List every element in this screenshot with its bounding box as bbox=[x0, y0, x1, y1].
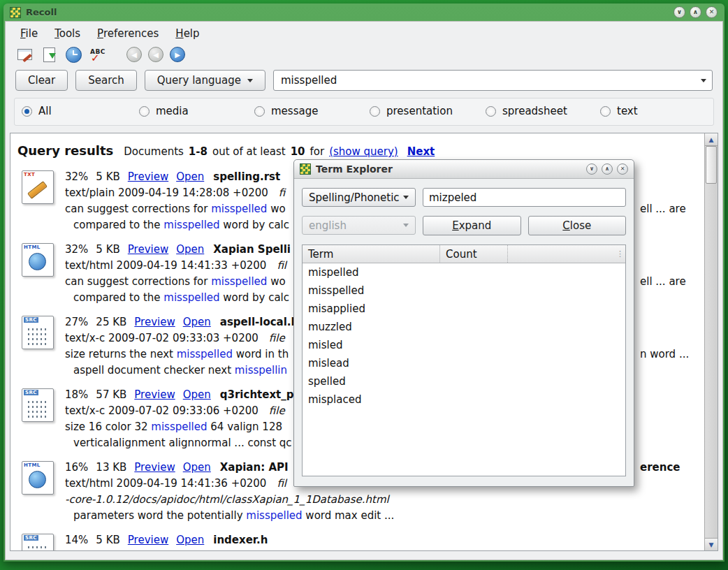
next-page-link[interactable]: Next bbox=[407, 145, 435, 158]
scrollbar-thumb[interactable] bbox=[706, 146, 717, 184]
result-score: 16% bbox=[65, 461, 88, 474]
menu-preferences[interactable]: Preferences bbox=[91, 27, 165, 41]
close-dialog-button[interactable]: Close bbox=[528, 216, 627, 235]
filter-radio-spreadsheet[interactable]: spreadsheet bbox=[486, 105, 567, 117]
filter-radio-message[interactable]: message bbox=[254, 105, 318, 117]
chevron-down-icon: ∨ bbox=[677, 8, 682, 15]
result-score: 32% bbox=[65, 243, 88, 256]
source-code-icon bbox=[22, 316, 54, 349]
maximize-button[interactable]: ∧ bbox=[690, 6, 701, 18]
result-url: fil bbox=[277, 259, 286, 272]
result-meta: text/plain 2009-04-19 14:28:08 +0200 bbox=[65, 187, 268, 199]
filter-radio-all[interactable]: All bbox=[22, 105, 52, 117]
result-url: file bbox=[269, 404, 285, 417]
menu-tools[interactable]: Tools bbox=[48, 27, 87, 41]
header-handle-icon[interactable]: ⋮ bbox=[616, 249, 623, 258]
results-total: 10 bbox=[291, 145, 305, 158]
menu-help[interactable]: Help bbox=[169, 27, 205, 41]
term-row[interactable]: misled bbox=[303, 336, 625, 354]
html-document-icon bbox=[22, 243, 54, 277]
result-url: file:///home/dockes/projets/fulltext/rec… bbox=[269, 550, 583, 551]
menu-file[interactable]: File bbox=[14, 27, 44, 41]
preview-link[interactable]: Preview bbox=[128, 243, 168, 256]
term-row[interactable]: spelled bbox=[303, 372, 625, 390]
scroll-down-button[interactable]: ▼ bbox=[705, 538, 718, 550]
source-code-icon bbox=[22, 534, 54, 551]
term-input[interactable] bbox=[423, 188, 626, 207]
result-url: fil bbox=[277, 477, 286, 490]
preview-link[interactable]: Preview bbox=[134, 316, 175, 328]
clear-search-icon[interactable] bbox=[15, 45, 34, 64]
preview-link[interactable]: Preview bbox=[128, 170, 168, 183]
open-link[interactable]: Open bbox=[183, 388, 211, 401]
result-filename: Xapian Spelli bbox=[213, 243, 291, 256]
arrow-left-icon: ◀ bbox=[153, 51, 159, 59]
preview-link[interactable]: Preview bbox=[134, 388, 175, 401]
minimize-button[interactable]: ∨ bbox=[674, 6, 685, 18]
chevron-down-icon bbox=[701, 79, 706, 82]
expand-button[interactable]: Expand bbox=[423, 216, 521, 235]
search-button[interactable]: Search bbox=[75, 70, 137, 91]
dialog-minimize-button[interactable]: ∨ bbox=[586, 163, 597, 175]
term-row[interactable]: mislead bbox=[303, 354, 625, 372]
radio-icon bbox=[600, 106, 611, 117]
main-titlebar[interactable]: Recoll ∨ ∧ ✕ bbox=[5, 3, 723, 21]
preview-link[interactable]: Preview bbox=[134, 461, 175, 474]
highlighted-term: misspelled bbox=[177, 348, 233, 360]
open-link[interactable]: Open bbox=[176, 534, 204, 546]
dialog-close-button[interactable]: ✕ bbox=[617, 163, 628, 175]
open-link[interactable]: Open bbox=[183, 316, 211, 328]
dialog-title: Term Explorer bbox=[316, 163, 393, 175]
term-row[interactable]: misspelled bbox=[303, 282, 625, 300]
radio-icon bbox=[486, 106, 496, 117]
highlighted-term: misspelled bbox=[163, 219, 219, 231]
open-link[interactable]: Open bbox=[176, 170, 204, 183]
highlighted-term: misspellin bbox=[235, 364, 287, 377]
scroll-up-button[interactable]: ▲ bbox=[705, 133, 718, 146]
open-link[interactable]: Open bbox=[183, 461, 211, 474]
history-clock-icon[interactable] bbox=[64, 45, 82, 64]
search-combobox[interactable] bbox=[273, 70, 713, 91]
open-link[interactable]: Open bbox=[176, 243, 204, 256]
chevron-up-icon: ∧ bbox=[605, 166, 610, 172]
prev-page-button[interactable]: ◀ bbox=[148, 47, 163, 62]
dialog-titlebar[interactable]: Term Explorer ∨ ∧ ✕ bbox=[294, 160, 634, 179]
result-size: 5 KB bbox=[96, 170, 119, 183]
result-url: file bbox=[269, 332, 285, 344]
radio-icon bbox=[370, 106, 380, 117]
close-icon: ✕ bbox=[620, 166, 625, 172]
term-row[interactable]: mispelled bbox=[303, 263, 625, 282]
term-row[interactable]: muzzled bbox=[303, 318, 625, 336]
term-explorer-icon[interactable]: ABC✓ bbox=[89, 45, 107, 64]
preview-link[interactable]: Preview bbox=[128, 534, 168, 546]
menu-bar: File Tools Preferences Help bbox=[6, 22, 722, 43]
highlighted-term: misspelled bbox=[211, 203, 267, 215]
term-column-header[interactable]: Term bbox=[303, 245, 440, 263]
search-input[interactable] bbox=[274, 74, 695, 87]
dialog-maximize-button[interactable]: ∧ bbox=[602, 163, 613, 175]
filter-radio-text[interactable]: text bbox=[600, 105, 638, 117]
result-url-continued: -core-1.0.12/docs/apidoc/html/classXapia… bbox=[65, 493, 389, 506]
search-combo-arrow[interactable] bbox=[695, 71, 712, 90]
result-filename: Xapian: API bbox=[220, 461, 289, 474]
result-meta: text/html 2009-04-19 14:41:36 +0200 bbox=[65, 477, 266, 490]
filter-radio-presentation[interactable]: presentation bbox=[370, 105, 453, 117]
show-query-link[interactable]: (show query) bbox=[329, 145, 398, 158]
result-size: 5 KB bbox=[96, 534, 119, 546]
result-item: 14%5 KBPreviewOpenindexer.h text/x-c 200… bbox=[16, 532, 697, 551]
expansion-mode-dropdown[interactable]: Spelling/Phonetic bbox=[302, 188, 416, 207]
close-button[interactable]: ✕ bbox=[706, 6, 718, 18]
recoll-app-icon bbox=[10, 7, 21, 18]
result-meta: text/html 2009-04-19 14:41:33 +0200 bbox=[65, 259, 266, 272]
count-column-header[interactable]: Count bbox=[440, 245, 508, 263]
term-row[interactable]: misapplied bbox=[303, 300, 625, 318]
filter-radio-media[interactable]: media bbox=[139, 105, 189, 117]
result-filename: indexer.h bbox=[213, 534, 268, 546]
next-page-button[interactable]: ▶ bbox=[170, 47, 185, 62]
query-language-dropdown[interactable]: Query language bbox=[145, 70, 265, 91]
first-page-button[interactable]: ◀ bbox=[126, 47, 142, 62]
start-query-icon[interactable] bbox=[40, 45, 58, 64]
clear-button[interactable]: Clear bbox=[15, 70, 68, 91]
term-row[interactable]: misplaced bbox=[303, 390, 625, 409]
results-scrollbar[interactable]: ▲ ▼ bbox=[704, 133, 718, 550]
